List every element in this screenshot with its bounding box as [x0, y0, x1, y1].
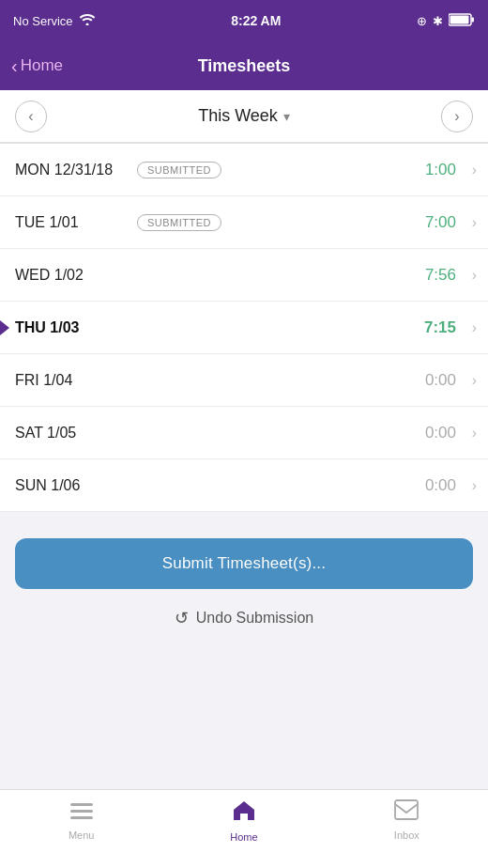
week-label-text: This Week	[198, 106, 278, 126]
next-arrow-icon: ›	[454, 108, 459, 125]
week-navigator: ‹ This Week ▾ ›	[0, 90, 488, 143]
tab-item-inbox[interactable]: Inbox	[326, 799, 488, 841]
row-arrow-icon: ›	[472, 477, 477, 494]
day-row[interactable]: THU 1/037:15›	[0, 302, 488, 354]
day-row[interactable]: SAT 1/050:00›	[0, 407, 488, 459]
tab-icon-inbox	[394, 799, 419, 826]
row-arrow-icon: ›	[472, 162, 477, 178]
svg-rect-7	[395, 800, 418, 819]
row-arrow-icon: ›	[472, 425, 477, 442]
day-list: MON 12/31/18SUBMITTED1:00›TUE 1/01SUBMIT…	[0, 143, 488, 512]
day-label: TUE 1/01	[15, 214, 137, 231]
back-chevron-icon: ‹	[11, 55, 18, 77]
svg-rect-4	[70, 803, 93, 806]
undo-icon: ↺	[175, 608, 189, 628]
tab-item-menu[interactable]: Menu	[0, 799, 162, 841]
status-time: 8:22 AM	[231, 13, 281, 28]
submit-timesheet-button[interactable]: Submit Timesheet(s)...	[15, 538, 473, 589]
tab-item-home[interactable]: Home	[162, 799, 325, 843]
day-time: 7:56	[425, 266, 456, 285]
next-week-button[interactable]: ›	[441, 101, 473, 132]
svg-rect-6	[70, 816, 93, 819]
undo-label: Undo Submission	[196, 610, 313, 627]
day-time: 0:00	[425, 371, 456, 390]
week-label[interactable]: This Week ▾	[198, 106, 290, 126]
day-label: MON 12/31/18	[15, 162, 137, 178]
back-label: Home	[21, 56, 63, 75]
day-row[interactable]: FRI 1/040:00›	[0, 354, 488, 407]
status-left: No Service	[13, 13, 96, 28]
row-arrow-icon: ›	[472, 372, 477, 389]
svg-rect-2	[472, 17, 475, 22]
status-right: ⊕ ✱	[417, 13, 475, 29]
back-button[interactable]: ‹ Home	[11, 55, 63, 77]
wifi-icon	[79, 13, 96, 28]
status-bar: No Service 8:22 AM ⊕ ✱	[0, 0, 488, 41]
day-row[interactable]: SUN 1/060:00›	[0, 459, 488, 512]
row-arrow-icon: ›	[472, 319, 477, 336]
day-label: SAT 1/05	[15, 425, 137, 442]
day-label: WED 1/02	[15, 267, 137, 284]
day-time: 0:00	[425, 476, 456, 495]
prev-week-button[interactable]: ‹	[15, 101, 47, 132]
action-area: Submit Timesheet(s)... ↺ Undo Submission	[0, 512, 488, 643]
tab-icon-menu	[70, 799, 93, 826]
battery-icon	[449, 13, 475, 29]
page-title: Timesheets	[198, 56, 291, 76]
undo-submission-button[interactable]: ↺ Undo Submission	[175, 608, 313, 628]
day-time: 7:00	[425, 213, 456, 232]
row-arrow-icon: ›	[472, 267, 477, 284]
day-time: 1:00	[425, 161, 456, 179]
day-time: 7:15	[424, 318, 456, 337]
bluetooth-icon: ✱	[433, 14, 443, 28]
submitted-badge: SUBMITTED	[137, 162, 221, 178]
carrier-text: No Service	[13, 14, 73, 28]
tab-label-home: Home	[230, 831, 257, 843]
svg-point-0	[85, 23, 88, 26]
svg-rect-5	[70, 810, 93, 813]
day-label: SUN 1/06	[15, 477, 137, 494]
day-time: 0:00	[425, 424, 456, 442]
day-label: THU 1/03	[15, 319, 137, 336]
week-dropdown-icon: ▾	[283, 109, 290, 124]
day-row[interactable]: MON 12/31/18SUBMITTED1:00›	[0, 144, 488, 196]
day-row[interactable]: TUE 1/01SUBMITTED7:00›	[0, 196, 488, 249]
day-label: FRI 1/04	[15, 372, 137, 389]
circle-icon: ⊕	[417, 14, 427, 28]
row-arrow-icon: ›	[472, 214, 477, 231]
nav-bar: ‹ Home Timesheets	[0, 41, 488, 90]
current-day-indicator	[0, 320, 9, 335]
tab-icon-home	[232, 799, 256, 828]
tab-label-inbox: Inbox	[394, 829, 419, 841]
day-row[interactable]: WED 1/027:56›	[0, 249, 488, 302]
submitted-badge: SUBMITTED	[137, 214, 221, 231]
prev-arrow-icon: ‹	[28, 108, 33, 125]
tab-label-menu: Menu	[69, 829, 95, 841]
tab-bar: Menu Home Inbox	[0, 789, 488, 868]
svg-rect-3	[450, 15, 469, 23]
